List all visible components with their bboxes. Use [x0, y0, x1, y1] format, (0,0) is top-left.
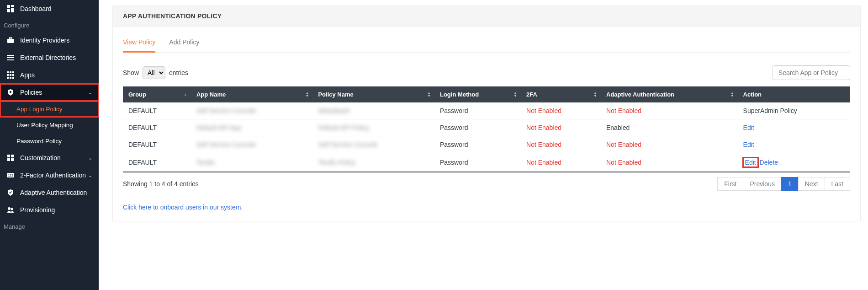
action-edit[interactable]: Edit: [743, 158, 758, 167]
col-app-name[interactable]: App Name▲▼: [191, 86, 313, 102]
svg-rect-16: [10, 77, 11, 79]
page-next[interactable]: Next: [798, 177, 825, 191]
sidebar-item-apps[interactable]: Apps: [0, 66, 99, 84]
sidebar-item-adaptive-auth[interactable]: Adaptive Authentication: [0, 184, 99, 201]
cell-adaptive: Not Enabled: [601, 136, 738, 153]
action-delete[interactable]: Delete: [760, 159, 778, 166]
cell-adaptive: Not Enabled: [601, 102, 738, 119]
sidebar-item-label: Identity Providers: [20, 37, 92, 44]
sidebar-item-2fa[interactable]: 123 2-Factor Authentication ⌄: [0, 166, 99, 184]
svg-rect-2: [11, 8, 14, 12]
sidebar-item-user-policy-mapping[interactable]: User Policy Mapping: [0, 117, 99, 133]
cell-adaptive: Not Enabled: [601, 153, 738, 172]
cell-app: Self Service Console: [191, 136, 313, 153]
sidebar-item-provisioning[interactable]: Provisioning: [0, 201, 99, 219]
policy-card: APP AUTHENTICATION POLICY View Policy Ad…: [112, 5, 861, 221]
col-adaptive[interactable]: Adaptive Authentication▲▼: [601, 86, 738, 102]
chevron-down-icon: ⌄: [88, 172, 92, 178]
sidebar-item-label: App Login Policy: [16, 106, 92, 113]
sidebar-item-identity-providers[interactable]: Identity Providers: [0, 32, 99, 49]
entries-post-label: entries: [169, 69, 188, 76]
col-login-method[interactable]: Login Method▲▼: [434, 86, 521, 102]
svg-rect-1: [11, 5, 14, 7]
svg-rect-14: [12, 74, 14, 76]
svg-rect-7: [7, 57, 14, 58]
cell-2fa: Not Enabled: [521, 153, 601, 172]
cell-policy: Self Service Console: [312, 136, 434, 153]
col-label: Group: [128, 91, 146, 98]
sidebar-item-password-policy[interactable]: Password Policy: [0, 133, 99, 149]
sort-icon: ▲: [184, 93, 187, 96]
sidebar-section-configure: Configure: [0, 17, 99, 32]
col-label: App Name: [196, 91, 226, 98]
policies-submenu: App Login Policy User Policy Mapping Pas…: [0, 101, 99, 149]
keypad-icon: 123: [6, 171, 15, 179]
chevron-down-icon: ⌄: [88, 155, 92, 161]
sidebar-item-customization[interactable]: Customization ⌄: [0, 149, 99, 166]
cell-policy: Default API Policy: [312, 119, 434, 136]
sidebar-item-label: Dashboard: [20, 5, 92, 12]
sidebar-item-label: User Policy Mapping: [16, 122, 92, 129]
tab-view-policy[interactable]: View Policy: [123, 38, 155, 53]
cell-group: DEFAULT: [123, 136, 191, 153]
cell-policy: Teodis Policy: [312, 153, 434, 172]
sort-icon: ▲▼: [306, 92, 309, 97]
entries-control: Show All entries: [123, 66, 188, 79]
entries-select[interactable]: All: [143, 66, 165, 79]
action-edit[interactable]: Edit: [743, 141, 754, 148]
col-policy-name[interactable]: Policy Name▲▼: [312, 86, 434, 102]
table-row: DEFAULT Self Service Console Self Servic…: [123, 136, 850, 153]
cell-action: Edit: [738, 119, 850, 136]
cell-app: Teodis: [191, 153, 313, 172]
svg-rect-6: [7, 55, 14, 56]
svg-point-25: [8, 207, 11, 210]
table-info: Showing 1 to 4 of 4 entries: [123, 180, 199, 188]
cell-action: Edit Delete: [738, 153, 850, 172]
page-last[interactable]: Last: [825, 177, 850, 191]
col-action[interactable]: Action: [738, 86, 850, 102]
onboard-link[interactable]: Click here to onboard users in our syste…: [123, 204, 243, 211]
shield-icon: [6, 88, 15, 97]
cell-group: DEFAULT: [123, 102, 191, 119]
tabs: View Policy Add Policy: [123, 38, 850, 53]
sidebar-section-manage: Manage: [0, 219, 99, 233]
cell-2fa: Not Enabled: [521, 102, 601, 119]
shield-check-icon: [6, 188, 15, 197]
svg-rect-19: [7, 155, 10, 157]
cell-group: DEFAULT: [123, 153, 191, 172]
action-edit[interactable]: Edit: [743, 124, 754, 131]
tab-add-policy[interactable]: Add Policy: [169, 38, 199, 52]
sort-icon: ▲▼: [593, 92, 597, 97]
page-number[interactable]: 1: [781, 177, 799, 191]
svg-rect-5: [9, 38, 12, 39]
page-previous[interactable]: Previous: [743, 177, 781, 191]
sidebar-item-label: Provisioning: [20, 206, 92, 214]
sidebar-item-policies[interactable]: Policies ⌄: [0, 84, 99, 101]
svg-rect-15: [7, 77, 9, 79]
col-label: Adaptive Authentication: [606, 91, 674, 98]
svg-rect-12: [7, 74, 9, 76]
main-content: APP AUTHENTICATION POLICY View Policy Ad…: [99, 0, 868, 290]
cell-app: Self Service Console: [191, 102, 313, 119]
col-2fa[interactable]: 2FA▲▼: [521, 86, 601, 102]
svg-rect-4: [7, 39, 14, 43]
page-first[interactable]: First: [717, 177, 743, 191]
sidebar-item-dashboard[interactable]: Dashboard: [0, 0, 99, 17]
cell-action: SuperAdmin Policy: [738, 102, 850, 119]
sidebar-item-app-login-policy[interactable]: App Login Policy: [0, 101, 99, 117]
sidebar-item-external-directories[interactable]: External Directories: [0, 49, 99, 66]
svg-rect-3: [7, 9, 10, 12]
svg-text:123: 123: [8, 174, 13, 177]
sidebar-item-label: Policies: [20, 89, 88, 96]
cell-2fa: Not Enabled: [521, 136, 601, 153]
users-icon: [6, 206, 15, 214]
sidebar-item-label: Adaptive Authentication: [20, 189, 92, 196]
svg-rect-13: [10, 74, 11, 76]
action-super: SuperAdmin Policy: [743, 107, 797, 114]
col-group[interactable]: Group▲: [123, 86, 191, 102]
puzzle-icon: [6, 154, 15, 162]
table-row: DEFAULT Default API App Default API Poli…: [123, 119, 850, 136]
card-title: APP AUTHENTICATION POLICY: [113, 6, 860, 27]
search-input[interactable]: [773, 65, 850, 80]
cell-login: Password: [434, 136, 521, 153]
